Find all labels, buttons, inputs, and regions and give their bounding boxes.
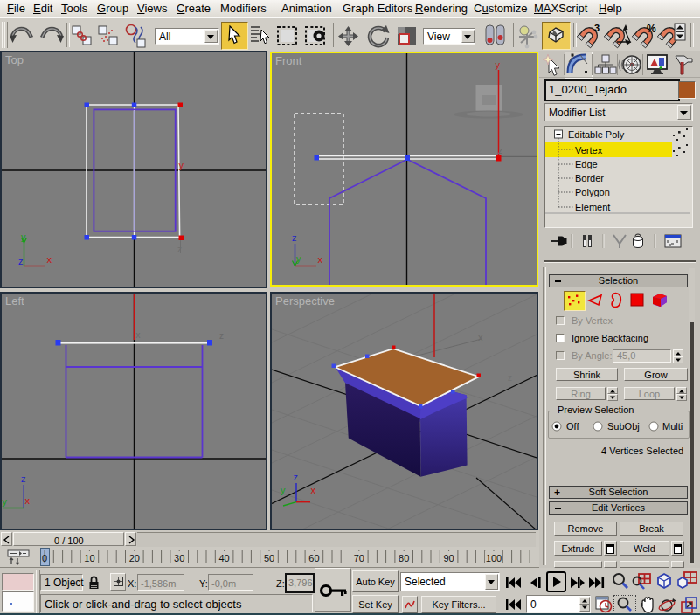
svg-text:z: z: [292, 232, 297, 243]
svg-text:x: x: [25, 495, 31, 506]
svg-text:z: z: [219, 331, 224, 341]
svg-text:70: 70: [354, 553, 364, 563]
svg-text:40: 40: [218, 553, 229, 563]
svg-text:%: %: [647, 23, 656, 35]
svg-text:x: x: [311, 485, 316, 495]
svg-text:y: y: [179, 160, 184, 170]
svg-text:30: 30: [174, 553, 184, 563]
svg-text:y: y: [281, 485, 286, 495]
svg-text:10: 10: [84, 553, 94, 563]
svg-text:Editable Poly: Editable Poly: [568, 129, 625, 140]
svg-text:90: 90: [443, 553, 454, 563]
svg-text:z: z: [508, 373, 512, 383]
svg-text:z: z: [294, 472, 299, 482]
svg-text:60: 60: [308, 553, 319, 563]
svg-text:y: y: [496, 59, 501, 70]
svg-text:Border: Border: [575, 173, 604, 183]
svg-text:x: x: [47, 254, 52, 265]
svg-text:80: 80: [399, 553, 409, 563]
svg-text:z: z: [18, 256, 24, 266]
svg-text:z: z: [21, 473, 26, 484]
svg-text:Vertex: Vertex: [575, 145, 603, 155]
svg-text:x: x: [136, 330, 141, 340]
svg-text:y: y: [3, 496, 8, 507]
svg-text:100: 100: [486, 553, 502, 563]
svg-text:z: z: [177, 245, 182, 254]
svg-text:50: 50: [264, 553, 274, 563]
svg-text:0: 0: [42, 553, 47, 563]
svg-text:Polygon: Polygon: [575, 187, 610, 197]
svg-text:Element: Element: [575, 202, 610, 212]
svg-text:20: 20: [129, 553, 140, 563]
svg-text:z: z: [498, 146, 502, 155]
svg-text:x: x: [478, 332, 483, 342]
svg-text:Edge: Edge: [575, 159, 598, 169]
svg-text:x: x: [318, 254, 323, 265]
svg-text:3: 3: [594, 23, 600, 33]
